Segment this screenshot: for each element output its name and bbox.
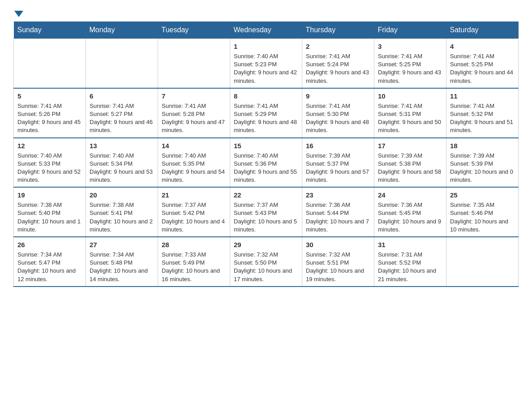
- logo-arrow-icon: [14, 11, 23, 17]
- calendar-day-cell: 17Sunrise: 7:39 AMSunset: 5:38 PMDayligh…: [374, 138, 446, 188]
- daylight-text: Daylight: 9 hours and 57 minutes.: [306, 168, 369, 183]
- sunrise-text: Sunrise: 7:41 AM: [17, 103, 62, 109]
- day-number: 3: [378, 42, 442, 51]
- daylight-text: Daylight: 9 hours and 45 minutes.: [17, 119, 81, 133]
- daylight-text: Daylight: 9 hours and 47 minutes.: [162, 119, 225, 133]
- sunrise-text: Sunrise: 7:36 AM: [306, 201, 350, 208]
- sunrise-text: Sunrise: 7:39 AM: [378, 152, 422, 159]
- day-number: 4: [450, 42, 515, 51]
- calendar-day-cell: 8Sunrise: 7:41 AMSunset: 5:29 PMDaylight…: [230, 88, 302, 138]
- sunrise-text: Sunrise: 7:40 AM: [17, 152, 62, 159]
- daylight-text: Daylight: 9 hours and 58 minutes.: [378, 168, 441, 183]
- day-number: 5: [17, 91, 82, 101]
- sunrise-text: Sunrise: 7:41 AM: [234, 103, 278, 109]
- day-number: 19: [17, 190, 82, 200]
- calendar-day-cell: [158, 39, 230, 88]
- daylight-text: Daylight: 10 hours and 1 minute.: [17, 218, 81, 233]
- daylight-text: Daylight: 9 hours and 43 minutes.: [378, 69, 441, 84]
- sunset-text: Sunset: 5:52 PM: [378, 259, 421, 266]
- calendar-day-cell: 15Sunrise: 7:40 AMSunset: 5:36 PMDayligh…: [230, 138, 302, 188]
- sunrise-text: Sunrise: 7:40 AM: [90, 152, 134, 159]
- calendar-day-cell: 5Sunrise: 7:41 AMSunset: 5:26 PMDaylight…: [14, 88, 86, 138]
- calendar-day-cell: 16Sunrise: 7:39 AMSunset: 5:37 PMDayligh…: [302, 138, 374, 188]
- sunrise-text: Sunrise: 7:36 AM: [378, 201, 422, 208]
- sunrise-text: Sunrise: 7:41 AM: [90, 103, 134, 109]
- calendar-day-cell: 10Sunrise: 7:41 AMSunset: 5:31 PMDayligh…: [374, 88, 446, 138]
- sunset-text: Sunset: 5:49 PM: [162, 259, 205, 266]
- daylight-text: Daylight: 9 hours and 48 minutes.: [234, 119, 297, 133]
- calendar-day-cell: 25Sunrise: 7:35 AMSunset: 5:46 PMDayligh…: [446, 187, 519, 237]
- calendar-day-cell: 31Sunrise: 7:31 AMSunset: 5:52 PMDayligh…: [374, 237, 446, 287]
- calendar-day-cell: 30Sunrise: 7:32 AMSunset: 5:51 PMDayligh…: [302, 237, 374, 287]
- day-of-week-header: Thursday: [302, 21, 374, 39]
- sunset-text: Sunset: 5:51 PM: [306, 259, 349, 266]
- calendar-day-cell: 9Sunrise: 7:41 AMSunset: 5:30 PMDaylight…: [302, 88, 374, 138]
- sunset-text: Sunset: 5:27 PM: [90, 111, 133, 117]
- daylight-text: Daylight: 10 hours and 10 minutes.: [450, 218, 508, 233]
- calendar-week-row: 1Sunrise: 7:40 AMSunset: 5:23 PMDaylight…: [14, 39, 519, 88]
- calendar-day-cell: 3Sunrise: 7:41 AMSunset: 5:25 PMDaylight…: [374, 39, 446, 88]
- sunset-text: Sunset: 5:48 PM: [90, 259, 133, 266]
- sunrise-text: Sunrise: 7:39 AM: [450, 152, 494, 159]
- page-header: [13, 9, 519, 17]
- calendar-day-cell: 2Sunrise: 7:41 AMSunset: 5:24 PMDaylight…: [302, 39, 374, 88]
- sunrise-text: Sunrise: 7:41 AM: [306, 53, 350, 60]
- calendar-day-cell: [446, 237, 519, 287]
- day-of-week-header: Tuesday: [158, 21, 230, 39]
- calendar-day-cell: 14Sunrise: 7:40 AMSunset: 5:35 PMDayligh…: [158, 138, 230, 188]
- calendar-week-row: 26Sunrise: 7:34 AMSunset: 5:47 PMDayligh…: [14, 237, 519, 287]
- sunset-text: Sunset: 5:39 PM: [450, 160, 493, 167]
- sunrise-text: Sunrise: 7:41 AM: [450, 53, 494, 60]
- day-number: 13: [90, 141, 154, 150]
- calendar-day-cell: 7Sunrise: 7:41 AMSunset: 5:28 PMDaylight…: [158, 88, 230, 138]
- sunset-text: Sunset: 5:47 PM: [17, 259, 60, 266]
- calendar-header-row: SundayMondayTuesdayWednesdayThursdayFrid…: [14, 21, 519, 39]
- daylight-text: Daylight: 10 hours and 14 minutes.: [90, 267, 148, 282]
- daylight-text: Daylight: 9 hours and 51 minutes.: [450, 119, 513, 133]
- day-number: 6: [90, 91, 154, 101]
- daylight-text: Daylight: 9 hours and 53 minutes.: [90, 168, 153, 183]
- sunrise-text: Sunrise: 7:32 AM: [306, 251, 350, 258]
- day-of-week-header: Saturday: [446, 21, 519, 39]
- sunrise-text: Sunrise: 7:35 AM: [450, 201, 494, 208]
- sunset-text: Sunset: 5:25 PM: [450, 61, 493, 68]
- daylight-text: Daylight: 10 hours and 2 minutes.: [90, 218, 153, 233]
- daylight-text: Daylight: 9 hours and 54 minutes.: [162, 168, 225, 183]
- daylight-text: Daylight: 9 hours and 52 minutes.: [17, 168, 81, 183]
- daylight-text: Daylight: 9 hours and 50 minutes.: [378, 119, 441, 133]
- day-of-week-header: Monday: [86, 21, 158, 39]
- day-number: 31: [378, 240, 442, 249]
- daylight-text: Daylight: 10 hours and 12 minutes.: [17, 267, 76, 282]
- sunrise-text: Sunrise: 7:31 AM: [378, 251, 422, 258]
- sunset-text: Sunset: 5:40 PM: [17, 210, 60, 216]
- day-number: 21: [162, 190, 226, 200]
- daylight-text: Daylight: 10 hours and 4 minutes.: [162, 218, 225, 233]
- day-number: 2: [306, 42, 370, 51]
- day-of-week-header: Sunday: [14, 21, 86, 39]
- day-number: 27: [90, 240, 154, 249]
- sunset-text: Sunset: 5:24 PM: [306, 61, 349, 68]
- day-number: 24: [378, 190, 442, 200]
- sunset-text: Sunset: 5:46 PM: [450, 210, 493, 216]
- day-number: 8: [234, 91, 298, 101]
- daylight-text: Daylight: 9 hours and 43 minutes.: [306, 69, 369, 84]
- day-of-week-header: Friday: [374, 21, 446, 39]
- sunset-text: Sunset: 5:28 PM: [162, 111, 205, 117]
- sunrise-text: Sunrise: 7:40 AM: [162, 152, 206, 159]
- sunset-text: Sunset: 5:29 PM: [234, 111, 277, 117]
- sunset-text: Sunset: 5:50 PM: [234, 259, 277, 266]
- day-number: 20: [90, 190, 154, 200]
- day-number: 28: [162, 240, 226, 249]
- sunset-text: Sunset: 5:31 PM: [378, 111, 421, 117]
- sunrise-text: Sunrise: 7:41 AM: [306, 103, 350, 109]
- day-number: 12: [17, 141, 82, 150]
- sunset-text: Sunset: 5:42 PM: [162, 210, 205, 216]
- day-number: 26: [17, 240, 82, 249]
- sunrise-text: Sunrise: 7:34 AM: [17, 251, 62, 258]
- calendar-day-cell: 22Sunrise: 7:37 AMSunset: 5:43 PMDayligh…: [230, 187, 302, 237]
- sunrise-text: Sunrise: 7:37 AM: [234, 201, 278, 208]
- daylight-text: Daylight: 10 hours and 21 minutes.: [378, 267, 436, 282]
- calendar-day-cell: 1Sunrise: 7:40 AMSunset: 5:23 PMDaylight…: [230, 39, 302, 88]
- sunset-text: Sunset: 5:34 PM: [90, 160, 133, 167]
- calendar-day-cell: 6Sunrise: 7:41 AMSunset: 5:27 PMDaylight…: [86, 88, 158, 138]
